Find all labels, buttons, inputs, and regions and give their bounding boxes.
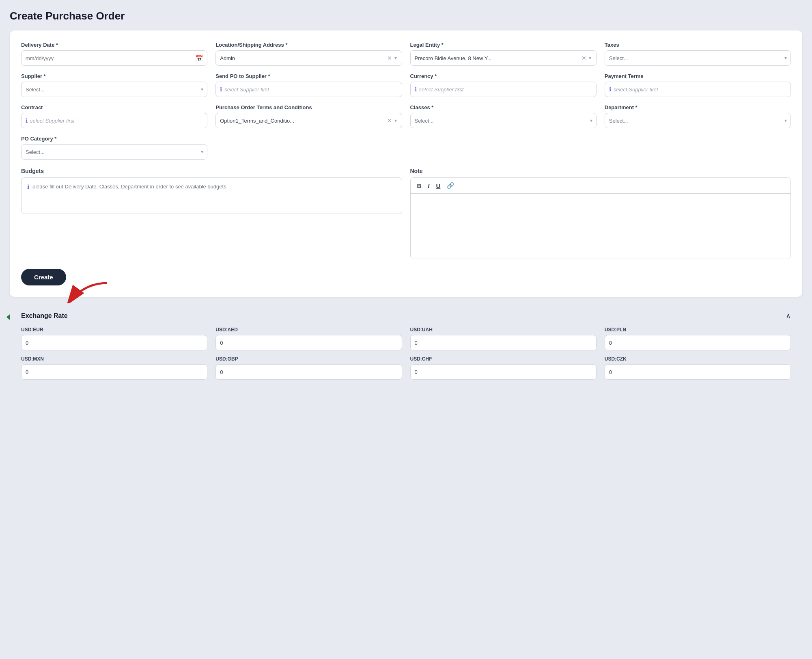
- exchange-rate-header: Exchange Rate ∧: [21, 311, 791, 320]
- collapse-exchange-rate-button[interactable]: ∧: [786, 311, 791, 320]
- send-po-info-icon: ℹ: [220, 86, 222, 93]
- form-fields-grid: Delivery Date * 📅 Location/Shipping Addr…: [21, 42, 791, 160]
- exchange-label: USD:GBP: [215, 356, 402, 362]
- exchange-input[interactable]: [410, 364, 597, 380]
- exchange-label: USD:CZK: [605, 356, 791, 362]
- taxes-label: Taxes: [605, 42, 791, 48]
- currency-info-icon: ℹ: [415, 86, 417, 93]
- legal-entity-select[interactable]: Precoro Bidle Avenue, 8 New Y... ✕ ▾: [410, 50, 597, 66]
- po-terms-value: Option1_Terms_and_Conditio...: [220, 118, 385, 124]
- exchange-pair-usd-czk: USD:CZK: [605, 356, 791, 380]
- location-group: Location/Shipping Address * Admin ✕ ▾: [215, 42, 402, 66]
- exchange-rate-section: Exchange Rate ∧ USD:EURUSD:AEDUSD:UAHUSD…: [10, 303, 802, 388]
- delivery-date-input[interactable]: [21, 50, 207, 66]
- taxes-select-wrapper: Select... ▾: [605, 50, 791, 66]
- exchange-input[interactable]: [410, 335, 597, 350]
- delivery-date-group: Delivery Date * 📅: [21, 42, 207, 66]
- location-clear-button[interactable]: ✕: [386, 55, 394, 61]
- po-category-select[interactable]: Select...: [21, 144, 207, 160]
- budgets-note: ℹ please fill out Delivery Date, Classes…: [21, 177, 402, 214]
- classes-group: Classes * Select... ▾: [410, 104, 597, 128]
- note-body[interactable]: [411, 194, 791, 259]
- bold-button[interactable]: B: [415, 181, 424, 190]
- exchange-label: USD:AED: [215, 327, 402, 333]
- po-terms-select[interactable]: Option1_Terms_and_Conditio... ✕ ▾: [215, 113, 402, 128]
- exchange-rate-grid: USD:EURUSD:AEDUSD:UAHUSD:PLNUSD:MXNUSD:G…: [21, 327, 791, 380]
- exchange-pair-usd-pln: USD:PLN: [605, 327, 791, 350]
- location-select[interactable]: Admin ✕ ▾: [215, 50, 402, 66]
- legal-entity-chevron-icon[interactable]: ▾: [588, 56, 592, 60]
- exchange-input[interactable]: [605, 364, 791, 380]
- contract-group: Contract ℹ select Supplier first: [21, 104, 207, 128]
- send-po-label: Send PO to Supplier *: [215, 73, 402, 79]
- send-po-field: ℹ select Supplier first: [215, 82, 402, 97]
- po-terms-clear-button[interactable]: ✕: [386, 118, 394, 123]
- send-po-placeholder: select Supplier first: [224, 86, 269, 93]
- exchange-pair-usd-gbp: USD:GBP: [215, 356, 402, 380]
- exchange-pair-usd-uah: USD:UAH: [410, 327, 597, 350]
- delivery-date-wrapper: 📅: [21, 50, 207, 66]
- classes-select-wrapper: Select... ▾: [410, 113, 597, 128]
- payment-terms-label: Payment Terms: [605, 73, 791, 79]
- exchange-label: USD:UAH: [410, 327, 597, 333]
- exchange-pair-usd-eur: USD:EUR: [21, 327, 207, 350]
- department-select[interactable]: Select...: [605, 113, 791, 128]
- legal-entity-group: Legal Entity * Precoro Bidle Avenue, 8 N…: [410, 42, 597, 66]
- contract-info-icon: ℹ: [26, 117, 28, 124]
- currency-placeholder: select Supplier first: [419, 86, 464, 93]
- link-button[interactable]: 🔗: [444, 181, 457, 190]
- budgets-section: Budgets ℹ please fill out Delivery Date,…: [21, 168, 402, 259]
- currency-group: Currency * ℹ select Supplier first: [410, 73, 597, 97]
- classes-select[interactable]: Select...: [410, 113, 597, 128]
- exchange-input[interactable]: [215, 335, 402, 350]
- exchange-input[interactable]: [21, 364, 207, 380]
- classes-label: Classes *: [410, 104, 597, 110]
- exchange-label: USD:PLN: [605, 327, 791, 333]
- contract-label: Contract: [21, 104, 207, 110]
- budgets-info-icon: ℹ: [27, 184, 29, 190]
- budgets-label: Budgets: [21, 168, 402, 174]
- delivery-date-label: Delivery Date *: [21, 42, 207, 48]
- taxes-select[interactable]: Select...: [605, 50, 791, 66]
- purchase-order-form: Delivery Date * 📅 Location/Shipping Addr…: [10, 30, 802, 297]
- contract-field: ℹ select Supplier first: [21, 113, 207, 128]
- location-chevron-icon[interactable]: ▾: [394, 56, 398, 60]
- currency-field: ℹ select Supplier first: [410, 82, 597, 97]
- exchange-label: USD:MXN: [21, 356, 207, 362]
- budgets-note-section: Budgets ℹ please fill out Delivery Date,…: [21, 168, 791, 259]
- legal-entity-clear-button[interactable]: ✕: [580, 55, 588, 61]
- supplier-select-wrapper: Select... ▾: [21, 82, 207, 97]
- department-group: Department * Select... ▾: [605, 104, 791, 128]
- note-section: Note B I U 🔗: [410, 168, 791, 259]
- supplier-select[interactable]: Select...: [21, 82, 207, 97]
- department-label: Department *: [605, 104, 791, 110]
- exchange-input[interactable]: [21, 335, 207, 350]
- contract-placeholder: select Supplier first: [30, 118, 75, 124]
- exchange-input[interactable]: [605, 335, 791, 350]
- supplier-label: Supplier *: [21, 73, 207, 79]
- exchange-label: USD:EUR: [21, 327, 207, 333]
- exchange-pair-usd-chf: USD:CHF: [410, 356, 597, 380]
- exchange-pair-usd-aed: USD:AED: [215, 327, 402, 350]
- underline-button[interactable]: U: [434, 181, 443, 190]
- po-terms-chevron-icon[interactable]: ▾: [394, 118, 398, 123]
- legal-entity-label: Legal Entity *: [410, 42, 597, 48]
- exchange-input[interactable]: [215, 364, 402, 380]
- po-category-label: PO Category *: [21, 136, 207, 142]
- exchange-rate-title: Exchange Rate: [21, 312, 68, 320]
- budgets-note-text: please fill out Delivery Date, Classes, …: [32, 184, 226, 190]
- create-button[interactable]: Create: [21, 269, 66, 285]
- currency-label: Currency *: [410, 73, 597, 79]
- location-value: Admin: [220, 55, 385, 61]
- note-toolbar: B I U 🔗: [411, 178, 791, 194]
- po-category-select-wrapper: Select... ▾: [21, 144, 207, 160]
- po-terms-label: Purchase Order Terms and Conditions: [215, 104, 402, 110]
- legal-entity-value: Precoro Bidle Avenue, 8 New Y...: [415, 55, 580, 61]
- po-category-group: PO Category * Select... ▾: [21, 136, 207, 160]
- payment-terms-info-icon: ℹ: [609, 86, 611, 93]
- payment-terms-placeholder: select Supplier first: [614, 86, 658, 93]
- department-select-wrapper: Select... ▾: [605, 113, 791, 128]
- italic-button[interactable]: I: [425, 181, 432, 190]
- note-editor: B I U 🔗: [410, 177, 791, 259]
- taxes-group: Taxes Select... ▾: [605, 42, 791, 66]
